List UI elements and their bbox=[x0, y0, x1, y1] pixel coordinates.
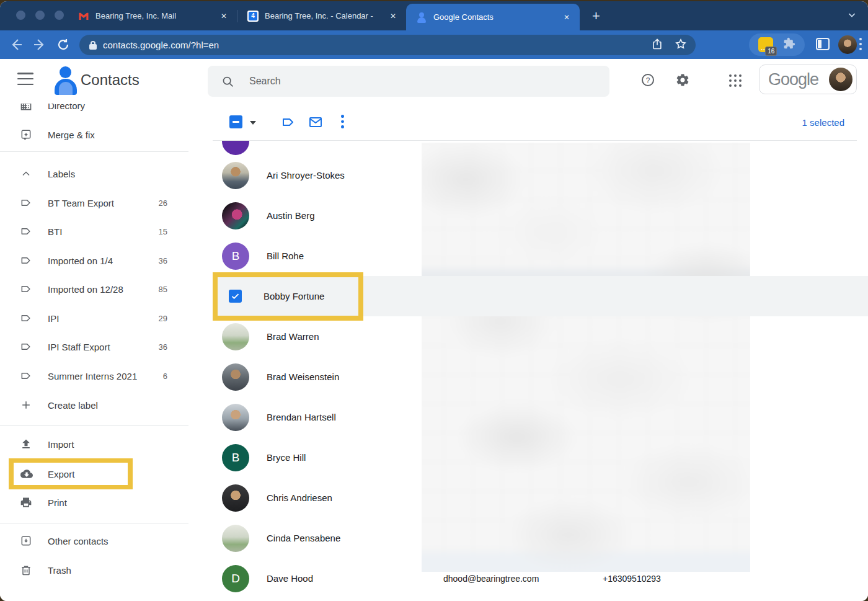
sidebar-item-trash[interactable]: Trash bbox=[0, 556, 188, 584]
contact-row[interactable]: B Bryce Hill bbox=[213, 437, 868, 478]
sidebar-item-other-contacts[interactable]: Other contacts bbox=[0, 527, 188, 555]
url-text[interactable]: contacts.google.com/?hl=en bbox=[103, 40, 640, 50]
contact-avatar[interactable] bbox=[222, 404, 249, 431]
merge-fix-icon bbox=[20, 128, 32, 141]
address-bar[interactable]: contacts.google.com/?hl=en bbox=[79, 35, 696, 55]
forward-button[interactable] bbox=[32, 37, 47, 52]
contact-avatar[interactable] bbox=[222, 484, 249, 512]
directory-icon bbox=[20, 104, 32, 112]
google-apps-grid-icon[interactable] bbox=[729, 74, 742, 87]
traffic-zoom-button[interactable] bbox=[55, 11, 64, 20]
extension-badge: 16 bbox=[765, 47, 777, 56]
tab-search-chevron-icon[interactable] bbox=[847, 10, 857, 22]
send-email-icon[interactable] bbox=[308, 115, 323, 132]
label-name: BT Team Export bbox=[48, 198, 114, 208]
label-tag-icon bbox=[20, 197, 32, 209]
contact-row[interactable]: Cinda Pensabene bbox=[213, 518, 868, 558]
sidebar-label-bt-team-export[interactable]: BT Team Export 26 bbox=[0, 189, 188, 217]
label-count: 36 bbox=[159, 342, 167, 352]
sidebar-item-directory[interactable]: Directory bbox=[0, 104, 188, 120]
contact-avatar[interactable] bbox=[222, 202, 249, 229]
main-menu-icon[interactable] bbox=[17, 73, 33, 85]
browser-window: Bearing Tree, Inc. Mail ✕ 4 Bearing Tree… bbox=[0, 1, 868, 601]
contacts-app-header: Contacts Search ? Google bbox=[0, 59, 868, 104]
reload-button[interactable] bbox=[56, 37, 71, 52]
label-name: BTI bbox=[48, 226, 62, 237]
traffic-close-button[interactable] bbox=[16, 11, 25, 20]
sidebar-label-imported-1-4[interactable]: Imported on 1/4 36 bbox=[0, 246, 188, 275]
label-tag-icon bbox=[20, 225, 32, 238]
more-actions-icon[interactable] bbox=[341, 115, 343, 128]
labels-section-header[interactable]: Labels bbox=[0, 159, 188, 188]
svg-text:?: ? bbox=[646, 76, 650, 85]
contact-avatar[interactable]: B bbox=[222, 444, 249, 471]
selection-dropdown-caret-icon[interactable] bbox=[250, 121, 256, 125]
extensions-pill: ... 16 bbox=[749, 33, 805, 56]
sidebar-label-ipi-staff-export[interactable]: IPI Staff Export 36 bbox=[0, 332, 188, 361]
sidebar-label-bti[interactable]: BTI 15 bbox=[0, 217, 188, 246]
lock-icon[interactable] bbox=[89, 41, 97, 50]
google-account-pill[interactable]: Google bbox=[759, 65, 857, 94]
back-button[interactable] bbox=[9, 37, 24, 52]
browser-toolbar: contacts.google.com/?hl=en ... 16 bbox=[0, 30, 868, 59]
contact-avatar[interactable] bbox=[222, 323, 249, 350]
sidebar-label-summer-interns[interactable]: Summer Interns 2021 6 bbox=[0, 362, 188, 390]
tab-close-icon[interactable]: ✕ bbox=[218, 11, 229, 22]
extensions-puzzle-icon[interactable] bbox=[783, 37, 795, 52]
partial-avatar bbox=[222, 141, 249, 155]
contacts-favicon-icon bbox=[416, 12, 427, 23]
contact-name: Brendan Hartsell bbox=[267, 412, 336, 422]
tab-mail[interactable]: Bearing Tree, Inc. Mail ✕ bbox=[68, 1, 237, 30]
contact-row[interactable]: Brad Weisenstein bbox=[213, 357, 868, 397]
create-label-button[interactable]: Create label bbox=[0, 391, 188, 419]
label-count: 85 bbox=[159, 285, 167, 294]
contact-avatar[interactable] bbox=[222, 363, 249, 391]
contact-avatar[interactable] bbox=[222, 525, 249, 552]
contact-row[interactable]: Brad Warren bbox=[213, 316, 868, 357]
select-all-checkbox[interactable] bbox=[229, 115, 242, 128]
account-avatar[interactable] bbox=[829, 68, 852, 91]
contact-row[interactable]: B Bill Rohe bbox=[213, 236, 868, 276]
label-count: 36 bbox=[159, 256, 167, 265]
share-icon[interactable] bbox=[651, 38, 663, 53]
contact-avatar[interactable]: D bbox=[222, 565, 249, 592]
chevron-up-icon[interactable] bbox=[20, 167, 32, 180]
contact-row[interactable]: Chris Andriesen bbox=[213, 478, 868, 518]
import-upload-icon bbox=[20, 438, 32, 450]
sidebar-item-import[interactable]: Import bbox=[0, 430, 188, 458]
selection-action-bar: 1 selected bbox=[213, 104, 857, 141]
manage-labels-icon[interactable] bbox=[281, 115, 296, 132]
bookmark-star-icon[interactable] bbox=[675, 38, 687, 53]
contact-row[interactable]: Brendan Hartsell bbox=[213, 397, 868, 437]
label-tag-icon bbox=[20, 312, 32, 324]
contact-row[interactable]: Austin Berg bbox=[213, 195, 868, 236]
new-tab-button[interactable]: + bbox=[588, 8, 604, 24]
tab-contacts-active[interactable]: Google Contacts ✕ bbox=[406, 4, 580, 30]
browser-profile-avatar[interactable] bbox=[838, 35, 857, 54]
notes-extension-icon[interactable]: ... 16 bbox=[758, 37, 773, 52]
sidebar-item-print[interactable]: Print bbox=[0, 488, 188, 517]
contact-row[interactable]: D Dave Hood dhood@bearingtree.com +16309… bbox=[213, 558, 868, 599]
browser-menu-icon[interactable] bbox=[859, 38, 862, 50]
label-count: 29 bbox=[159, 314, 167, 323]
contact-checkbox-checked[interactable] bbox=[229, 290, 242, 303]
tab-close-icon[interactable]: ✕ bbox=[561, 12, 572, 23]
export-annotation-highlight: Export bbox=[9, 458, 133, 489]
search-input[interactable]: Search bbox=[208, 66, 609, 97]
contact-row-selected[interactable]: Bobby Fortune bbox=[213, 276, 868, 316]
search-icon bbox=[221, 75, 234, 88]
side-panel-icon[interactable] bbox=[816, 38, 830, 50]
sidebar-label-imported-12-28[interactable]: Imported on 12/28 85 bbox=[0, 275, 188, 303]
tab-calendar[interactable]: 4 Bearing Tree, Inc. - Calendar - ✕ bbox=[237, 1, 406, 30]
tab-close-icon[interactable]: ✕ bbox=[388, 11, 399, 22]
help-icon[interactable]: ? bbox=[640, 73, 655, 90]
contact-row[interactable]: Ari Shroyer-Stokes bbox=[213, 155, 868, 195]
sidebar-label-ipi[interactable]: IPI 29 bbox=[0, 304, 188, 332]
contact-avatar[interactable] bbox=[222, 162, 249, 189]
label-name: IPI bbox=[48, 313, 59, 324]
sidebar-item-export[interactable]: Export bbox=[14, 463, 128, 485]
contact-avatar[interactable]: B bbox=[222, 243, 249, 270]
traffic-minimize-button[interactable] bbox=[35, 11, 45, 20]
settings-gear-icon[interactable] bbox=[675, 73, 690, 90]
sidebar-item-merge-fix[interactable]: Merge & fix bbox=[0, 120, 188, 149]
